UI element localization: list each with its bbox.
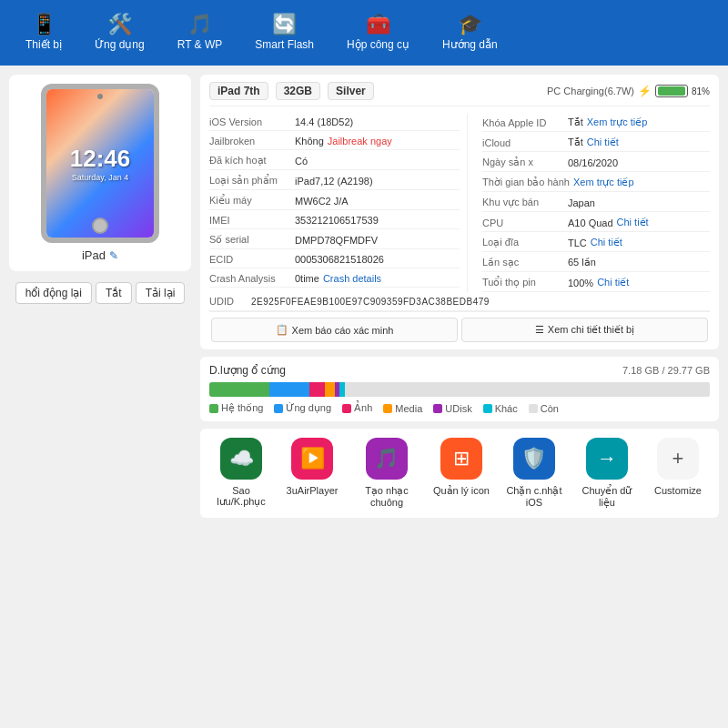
product-type-value: iPad7,12 (A2198) <box>295 176 373 187</box>
udid-value: 2E925F0FEAE9B100E97C909359FD3AC38BEDB479 <box>251 297 490 307</box>
udid-row: UDID 2E925F0FEAE9B100E97C909359FD3AC38BE… <box>209 292 710 311</box>
tool-quan-ly-icon[interactable]: ⊞Quản lý icon <box>430 438 493 509</box>
storage-segment-con <box>345 382 711 397</box>
ecid-label: ECID <box>209 254 291 265</box>
manufacture-row: Ngày sản x 08/16/2020 <box>482 154 710 172</box>
battery-link[interactable]: Chi tiết <box>597 277 629 288</box>
tool-label-quan-ly-icon: Quản lý icon <box>433 485 490 497</box>
ipad-time: 12:46 <box>70 145 131 173</box>
cpu-link[interactable]: Chi tiết <box>617 217 649 228</box>
nav-label-smart-flash: Smart Flash <box>255 38 314 51</box>
nav-thiet-bi[interactable]: 📱 Thiết bị <box>9 7 78 58</box>
storage-segment-media <box>325 382 335 397</box>
serial-value: DMPD78QFMDFV <box>295 235 378 246</box>
storage-card: D.lượng ổ cứng 7.18 GB / 29.77 GB Hệ thố… <box>200 357 719 421</box>
battery-percentage: 81% <box>692 86 710 96</box>
restart-button[interactable]: hổi động lại <box>15 282 92 304</box>
legend-label: Media <box>395 403 422 414</box>
icloud-link[interactable]: Chi tiết <box>587 136 619 148</box>
legend-item-con: Còn <box>529 402 559 414</box>
guide-icon: 🎓 <box>458 15 482 35</box>
nav-smart-flash[interactable]: 🔄 Smart Flash <box>238 7 330 58</box>
legend-dot <box>383 404 392 413</box>
ios-version-label: iOS Version <box>209 116 291 127</box>
device-storage-badge: 32GB <box>276 82 320 100</box>
info-section-left: iOS Version 14.4 (18D52) Jailbroken Khôn… <box>209 114 460 292</box>
nav-label-hop-cong-cu: Hộp công cụ <box>347 38 410 51</box>
cpu-label: CPU <box>482 217 564 228</box>
battery-fill <box>658 86 685 96</box>
storage-link[interactable]: Chi tiết <box>591 237 622 248</box>
tool-airplayer[interactable]: ▶️3uAirPlayer <box>280 438 344 509</box>
tool-label-airplayer: 3uAirPlayer <box>287 485 339 496</box>
battery-health-value: 100% <box>568 278 593 288</box>
ipad-home-button <box>92 217 108 234</box>
device-detail-label: Xem chi tiết thiết bị <box>548 324 634 336</box>
reload-button[interactable]: Tải lại <box>136 282 186 304</box>
off-button[interactable]: Tắt <box>96 282 132 304</box>
battery-indicator: PC Charging(6.7W) ⚡ 81% <box>547 85 710 97</box>
legend-dot <box>274 404 283 413</box>
jailbreak-link[interactable]: Jailbreak ngay <box>328 136 392 147</box>
tool-label-chan-cap-nhat: Chặn c.nhật iOS <box>500 485 568 508</box>
storage-legend: Hệ thốngỨng dụngẢnhMediaUDiskKhácCòn <box>209 402 710 414</box>
toolbox-icon: 🧰 <box>366 15 390 35</box>
tool-nhac-chuong[interactable]: 🎵Tạo nhạc chuông <box>351 438 422 509</box>
warranty-link[interactable]: Xem trực tiếp <box>573 177 634 188</box>
verify-report-button[interactable]: 📋 Xem báo cáo xác minh <box>211 318 458 342</box>
tool-icon-nhac-chuong: 🎵 <box>366 438 408 480</box>
apple-id-value: Tắt <box>568 116 583 128</box>
charge-cycles-value: 65 lần <box>568 257 596 268</box>
device-icon: 📱 <box>32 15 56 35</box>
legend-dot <box>433 404 442 413</box>
tool-sao-luu[interactable]: ☁️Sao lưu/K.phục <box>209 438 273 509</box>
serial-row: Số serial DMPD78QFMDFV <box>209 231 460 249</box>
top-navigation: 📱 Thiết bị 🛠️ Ứng dụng 🎵 RT & WP 🔄 Smart… <box>0 0 728 66</box>
crash-details-link[interactable]: Crash details <box>323 273 381 284</box>
tool-chan-cap-nhat[interactable]: 🛡️Chặn c.nhật iOS <box>500 438 568 509</box>
device-detail-button[interactable]: ☰ Xem chi tiết thiết bị <box>461 318 708 342</box>
udid-label: UDID <box>209 296 246 307</box>
verify-report-icon: 📋 <box>276 324 288 336</box>
nav-huong-dan[interactable]: 🎓 Hướng dẫn <box>426 7 514 58</box>
device-color-badge: Silver <box>328 82 374 100</box>
imei-label: IMEI <box>209 215 291 226</box>
tool-chuyen-du-lieu[interactable]: →Chuyển dữ liệu <box>575 438 639 509</box>
info-section-right: Khóa Apple ID Tắt Xem trực tiếp iCloud T… <box>475 114 710 292</box>
nav-hop-cong-cu[interactable]: 🧰 Hộp công cụ <box>330 7 426 58</box>
region-label: Khu vực bán <box>482 197 564 208</box>
legend-dot <box>342 404 351 413</box>
ecid-value: 0005306821518026 <box>295 254 384 265</box>
icloud-value: Tắt <box>568 136 583 148</box>
model-row: Kiểu máy MW6C2 J/A <box>209 192 460 210</box>
device-detail-icon: ☰ <box>535 324 544 336</box>
device-action-buttons: hổi động lại Tắt Tải lại <box>15 282 186 304</box>
model-label: Kiểu máy <box>209 195 291 207</box>
nav-ung-dung[interactable]: 🛠️ Ứng dụng <box>78 7 161 58</box>
tools-row: ☁️Sao lưu/K.phục▶️3uAirPlayer🎵Tạo nhạc c… <box>200 429 719 518</box>
storage-title: D.lượng ổ cứng <box>209 364 286 377</box>
model-value: MW6C2 J/A <box>295 196 349 207</box>
cpu-value: A10 Quad <box>568 217 613 228</box>
storage-bar <box>209 382 710 397</box>
nav-label-huong-dan: Hướng dẫn <box>442 38 498 51</box>
apple-id-link[interactable]: Xem trực tiếp <box>587 116 648 128</box>
nav-rt-wp[interactable]: 🎵 RT & WP <box>161 7 239 58</box>
tool-customize[interactable]: +Customize <box>646 438 710 509</box>
legend-label: Ứng dụng <box>286 402 331 414</box>
tool-label-sao-luu: Sao lưu/K.phục <box>209 485 273 508</box>
apple-id-label: Khóa Apple ID <box>482 117 564 128</box>
tool-icon-quan-ly-icon: ⊞ <box>440 438 482 480</box>
nav-label-ung-dung: Ứng dụng <box>95 38 145 51</box>
tool-icon-customize: + <box>657 438 699 480</box>
product-type-row: Loại sản phẩm iPad7,12 (A2198) <box>209 172 460 190</box>
edit-device-name-icon[interactable]: ✎ <box>109 249 118 262</box>
ipad-camera <box>97 94 103 99</box>
device-image-card: 12:46 Saturday, Jan 4 iPad ✎ <box>9 75 191 271</box>
legend-item-udisk: UDisk <box>433 402 471 414</box>
product-type-label: Loại sản phẩm <box>209 175 291 187</box>
verify-report-label: Xem báo cáo xác minh <box>292 325 394 336</box>
device-info-table: iOS Version 14.4 (18D52) Jailbroken Khôn… <box>209 114 710 292</box>
icloud-label: iCloud <box>482 137 564 148</box>
warranty-row: Thời gian bảo hành Xem trực tiếp <box>482 174 710 192</box>
